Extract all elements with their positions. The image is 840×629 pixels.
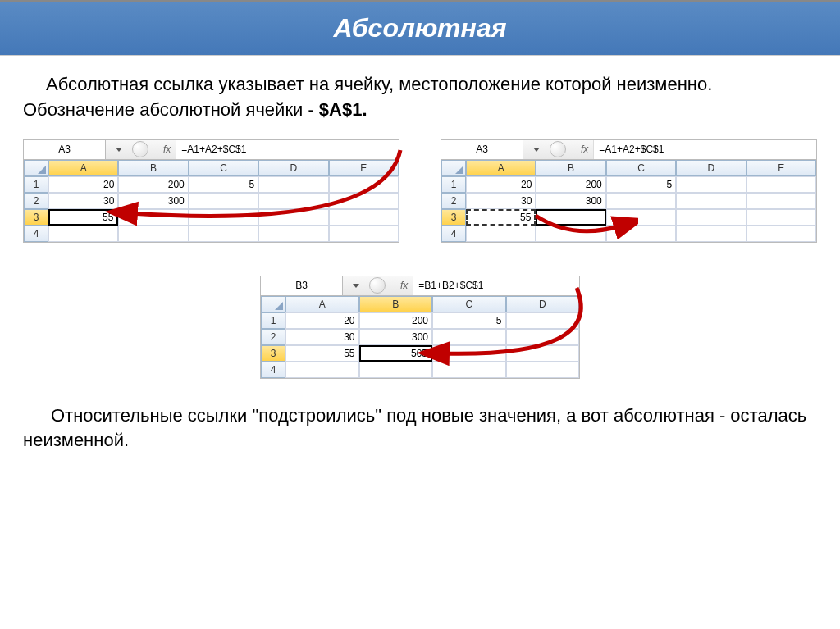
- col-header[interactable]: A: [285, 296, 359, 312]
- cell[interactable]: 200: [118, 176, 188, 193]
- cell[interactable]: [432, 345, 506, 362]
- cell-selected[interactable]: 505: [359, 345, 433, 362]
- cell[interactable]: 55: [285, 345, 359, 362]
- cell[interactable]: [258, 193, 328, 209]
- row-header[interactable]: 4: [24, 226, 48, 242]
- cell[interactable]: [676, 193, 746, 209]
- cell[interactable]: [432, 362, 506, 378]
- cell[interactable]: [746, 193, 816, 209]
- dropdown-icon[interactable]: [116, 148, 122, 152]
- row-header[interactable]: 2: [261, 329, 285, 345]
- col-header[interactable]: A: [466, 160, 536, 176]
- cell[interactable]: 200: [536, 176, 605, 193]
- cell[interactable]: 20: [285, 312, 359, 329]
- cell[interactable]: [258, 209, 328, 226]
- row-header[interactable]: 3: [441, 209, 466, 226]
- cell[interactable]: [258, 226, 328, 242]
- cell[interactable]: [746, 226, 816, 242]
- col-header[interactable]: B: [359, 296, 433, 312]
- formula-input[interactable]: =A1+A2+$C$1: [593, 140, 816, 159]
- col-header[interactable]: C: [189, 160, 258, 176]
- select-all-corner[interactable]: [261, 296, 285, 312]
- cell[interactable]: [466, 226, 536, 242]
- cell[interactable]: [606, 193, 676, 209]
- formula-input[interactable]: =A1+A2+$C$1: [176, 140, 399, 159]
- cell[interactable]: [432, 329, 506, 345]
- cell[interactable]: [329, 209, 399, 226]
- row-header[interactable]: 4: [441, 226, 466, 242]
- row-header[interactable]: 3: [24, 209, 48, 226]
- col-header[interactable]: D: [506, 296, 580, 312]
- cell[interactable]: 20: [48, 176, 118, 193]
- cell[interactable]: 300: [359, 329, 433, 345]
- cell[interactable]: [329, 226, 399, 242]
- select-all-corner[interactable]: [441, 160, 466, 176]
- spreadsheet-grid[interactable]: A B C D 1 20 200 5 2 30 300 3 55 505 4: [261, 296, 579, 378]
- fx-icon[interactable]: fx: [581, 144, 588, 155]
- cell[interactable]: [48, 226, 118, 242]
- col-header[interactable]: C: [606, 160, 676, 176]
- cell[interactable]: 30: [48, 193, 118, 209]
- cell[interactable]: [676, 176, 746, 193]
- col-header[interactable]: E: [746, 160, 816, 176]
- cell[interactable]: [536, 226, 605, 242]
- row-header[interactable]: 2: [441, 193, 466, 209]
- cancel-icon[interactable]: [132, 141, 148, 157]
- fx-icon[interactable]: fx: [163, 144, 171, 155]
- select-all-corner[interactable]: [24, 160, 48, 176]
- dropdown-icon[interactable]: [533, 148, 540, 152]
- cell-marching[interactable]: 55: [466, 209, 536, 226]
- cell[interactable]: [189, 209, 258, 226]
- cell[interactable]: 300: [536, 193, 605, 209]
- name-box[interactable]: A3: [441, 140, 523, 159]
- cell[interactable]: [359, 362, 433, 378]
- fx-icon[interactable]: fx: [400, 280, 408, 291]
- cell[interactable]: 5: [606, 176, 676, 193]
- name-box[interactable]: B3: [261, 276, 343, 295]
- cell[interactable]: [746, 209, 816, 226]
- col-header[interactable]: C: [432, 296, 506, 312]
- cell[interactable]: [118, 226, 188, 242]
- cell[interactable]: [506, 362, 580, 378]
- cell[interactable]: [676, 209, 746, 226]
- row-header[interactable]: 2: [24, 193, 48, 209]
- col-header[interactable]: D: [676, 160, 746, 176]
- cell[interactable]: [506, 312, 580, 329]
- cell[interactable]: 30: [285, 329, 359, 345]
- cell[interactable]: [189, 193, 258, 209]
- cell[interactable]: 300: [118, 193, 188, 209]
- cell[interactable]: [506, 329, 580, 345]
- cell[interactable]: 20: [466, 176, 536, 193]
- col-header[interactable]: B: [118, 160, 188, 176]
- formula-input[interactable]: =B1+B2+$C$1: [413, 276, 579, 295]
- cancel-icon[interactable]: [550, 141, 566, 157]
- col-header[interactable]: B: [536, 160, 605, 176]
- cell[interactable]: 5: [189, 176, 258, 193]
- row-header[interactable]: 3: [261, 345, 285, 362]
- cell[interactable]: [285, 362, 359, 378]
- col-header[interactable]: A: [48, 160, 118, 176]
- row-header[interactable]: 1: [441, 176, 466, 193]
- cell[interactable]: [329, 193, 399, 209]
- cell[interactable]: [118, 209, 188, 226]
- cell[interactable]: 200: [359, 312, 433, 329]
- cell[interactable]: [746, 176, 816, 193]
- col-header[interactable]: D: [258, 160, 328, 176]
- spreadsheet-grid[interactable]: A B C D E 1 20 200 5 2 30 300 3 55: [24, 160, 399, 242]
- cancel-icon[interactable]: [369, 277, 386, 294]
- cell[interactable]: [329, 176, 399, 193]
- spreadsheet-grid[interactable]: A B C D E 1 20 200 5 2 30 300 3 55: [441, 160, 816, 242]
- row-header[interactable]: 1: [24, 176, 48, 193]
- dropdown-icon[interactable]: [353, 284, 359, 288]
- cell[interactable]: [506, 345, 580, 362]
- cell[interactable]: [606, 209, 676, 226]
- cell[interactable]: 5: [432, 312, 506, 329]
- col-header[interactable]: E: [329, 160, 399, 176]
- cell[interactable]: [606, 226, 676, 242]
- row-header[interactable]: 1: [261, 312, 285, 329]
- cell[interactable]: [189, 226, 258, 242]
- cell-selected[interactable]: 55: [48, 209, 118, 226]
- cell[interactable]: [676, 226, 746, 242]
- cell[interactable]: [258, 176, 328, 193]
- cell[interactable]: 30: [466, 193, 536, 209]
